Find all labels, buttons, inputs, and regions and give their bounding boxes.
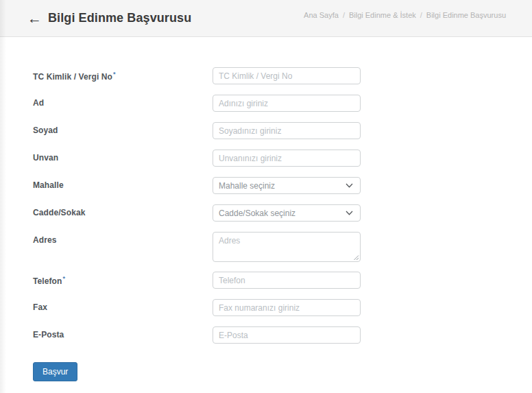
chevron-down-icon (346, 211, 353, 215)
field-label-text: Unvan (33, 153, 58, 163)
form-row: TC Kimlik / Vergi No* (33, 67, 532, 84)
eposta-input[interactable] (213, 326, 361, 344)
field-label-text: Ad (33, 98, 44, 108)
ad-input[interactable] (213, 95, 361, 112)
form-row: Unvan (33, 150, 532, 167)
form-row: Mahalle Mahalle seçiniz (33, 177, 532, 194)
page-header: ← Bilgi Edinme Başvurusu Ana Sayfa/Bilgi… (0, 0, 532, 37)
field-label-ad: Ad (33, 95, 213, 112)
field-label-text: Telefon (33, 276, 62, 286)
telefon-input[interactable] (213, 272, 361, 289)
fax-input[interactable] (213, 299, 361, 316)
field-label-unvan: Unvan (33, 150, 213, 167)
form-row: Telefon* (33, 272, 532, 289)
field-label-cadde-sokak: Cadde/Sokak (33, 204, 213, 222)
breadcrumb-link-ana-sayfa[interactable]: Ana Sayfa (304, 11, 339, 19)
mahalle-select[interactable]: Mahalle seçiniz (213, 177, 361, 194)
resize-handle-icon[interactable] (352, 254, 359, 261)
select-selected-value: Cadde/Sokak seçiniz (219, 209, 295, 218)
breadcrumb-current: Bilgi Edinme Başvurusu (426, 11, 506, 19)
adres-textarea[interactable] (213, 232, 361, 262)
form-row: Ad (33, 95, 532, 112)
soyad-input[interactable] (213, 122, 361, 139)
form-row: Cadde/Sokak Cadde/Sokak seçiniz (33, 204, 532, 222)
form-row: E-Posta (33, 326, 532, 344)
field-label-text: Soyad (33, 126, 58, 135)
form-row: Adres (33, 232, 532, 262)
unvan-input[interactable] (213, 150, 361, 167)
tc-kimlik-input[interactable] (213, 67, 361, 84)
field-label-adres: Adres (33, 232, 213, 262)
page-title: Bilgi Edinme Başvurusu (48, 11, 191, 25)
field-label-telefon: Telefon* (33, 272, 213, 289)
form-row: Soyad (33, 122, 532, 139)
chevron-down-icon (346, 183, 353, 188)
cadde-sokak-select[interactable]: Cadde/Sokak seçiniz (213, 204, 361, 222)
field-label-soyad: Soyad (33, 122, 213, 139)
bilgi-edinme-form: TC Kimlik / Vergi No* Ad Soyad Unvan Mah… (0, 37, 532, 381)
page: ← Bilgi Edinme Başvurusu Ana Sayfa/Bilgi… (0, 0, 532, 393)
breadcrumb-link-bilgi-edinme-istek[interactable]: Bilgi Edinme & İstek (349, 11, 416, 19)
field-label-text: Adres (33, 235, 57, 245)
field-label-text: E-Posta (33, 330, 64, 340)
field-label-mahalle: Mahalle (33, 177, 213, 194)
select-selected-value: Mahalle seçiniz (219, 181, 275, 191)
form-row: Fax (33, 299, 532, 316)
field-label-text: Mahalle (33, 180, 64, 190)
field-label-tc-kimlik: TC Kimlik / Vergi No* (33, 67, 213, 84)
field-label-text: TC Kimlik / Vergi No (33, 72, 112, 82)
back-icon[interactable]: ← (27, 11, 42, 25)
required-marker: * (62, 275, 65, 282)
breadcrumb-separator: / (420, 11, 422, 19)
submit-button[interactable]: Başvur (33, 362, 77, 381)
field-label-eposta: E-Posta (33, 326, 213, 344)
required-marker: * (113, 71, 116, 78)
field-label-text: Fax (33, 302, 47, 312)
field-label-text: Cadde/Sokak (33, 208, 85, 217)
breadcrumb-separator: / (343, 11, 345, 19)
field-label-fax: Fax (33, 299, 213, 316)
breadcrumb: Ana Sayfa/Bilgi Edinme & İstek/Bilgi Edi… (304, 11, 506, 19)
